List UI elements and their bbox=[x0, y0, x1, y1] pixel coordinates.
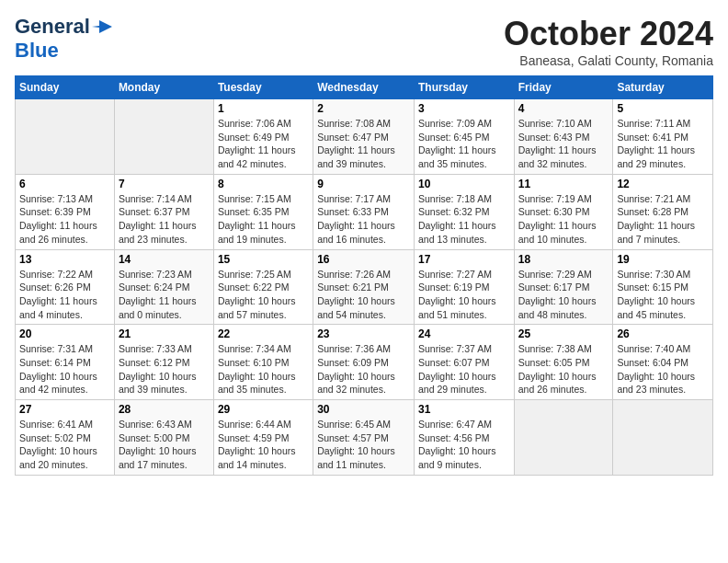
day-cell: 15Sunrise: 7:25 AMSunset: 6:22 PMDayligh… bbox=[213, 249, 313, 325]
day-number: 3 bbox=[418, 102, 510, 115]
header-monday: Monday bbox=[114, 76, 213, 99]
day-number: 26 bbox=[617, 327, 709, 340]
day-info: Sunrise: 7:30 AMSunset: 6:15 PMDaylight:… bbox=[617, 268, 709, 322]
day-number: 24 bbox=[418, 327, 510, 340]
logo-bird-icon bbox=[92, 18, 112, 35]
day-cell: 19Sunrise: 7:30 AMSunset: 6:15 PMDayligh… bbox=[613, 249, 713, 325]
day-info: Sunrise: 7:25 AMSunset: 6:22 PMDaylight:… bbox=[218, 268, 309, 322]
day-info: Sunrise: 7:31 AMSunset: 6:14 PMDaylight:… bbox=[19, 342, 110, 396]
day-info: Sunrise: 7:15 AMSunset: 6:35 PMDaylight:… bbox=[218, 192, 309, 247]
day-number: 1 bbox=[218, 102, 309, 115]
day-cell: 14Sunrise: 7:23 AMSunset: 6:24 PMDayligh… bbox=[114, 249, 213, 325]
day-info: Sunrise: 7:26 AMSunset: 6:21 PMDaylight:… bbox=[317, 268, 410, 322]
day-cell: 18Sunrise: 7:29 AMSunset: 6:17 PMDayligh… bbox=[514, 249, 613, 325]
week-row-4: 20Sunrise: 7:31 AMSunset: 6:14 PMDayligh… bbox=[16, 325, 713, 400]
day-cell: 8Sunrise: 7:15 AMSunset: 6:35 PMDaylight… bbox=[213, 174, 313, 249]
day-number: 6 bbox=[19, 178, 110, 190]
day-info: Sunrise: 7:22 AMSunset: 6:26 PMDaylight:… bbox=[19, 268, 110, 322]
day-info: Sunrise: 7:21 AMSunset: 6:28 PMDaylight:… bbox=[617, 192, 709, 247]
day-cell: 27Sunrise: 6:41 AMSunset: 5:02 PMDayligh… bbox=[16, 400, 115, 476]
day-number: 13 bbox=[19, 253, 110, 266]
header-sunday: Sunday bbox=[16, 76, 115, 99]
day-cell: 2Sunrise: 7:08 AMSunset: 6:47 PMDaylight… bbox=[313, 99, 415, 175]
day-cell: 9Sunrise: 7:17 AMSunset: 6:33 PMDaylight… bbox=[313, 174, 415, 249]
day-number: 11 bbox=[518, 178, 609, 190]
header-saturday: Saturday bbox=[613, 76, 713, 99]
day-number: 4 bbox=[518, 102, 609, 115]
day-cell: 5Sunrise: 7:11 AMSunset: 6:41 PMDaylight… bbox=[613, 99, 713, 175]
day-info: Sunrise: 7:37 AMSunset: 6:07 PMDaylight:… bbox=[418, 342, 510, 396]
day-cell bbox=[514, 400, 613, 476]
day-info: Sunrise: 7:36 AMSunset: 6:09 PMDaylight:… bbox=[317, 342, 410, 396]
day-number: 20 bbox=[19, 327, 110, 340]
day-cell: 13Sunrise: 7:22 AMSunset: 6:26 PMDayligh… bbox=[16, 249, 115, 325]
day-cell: 20Sunrise: 7:31 AMSunset: 6:14 PMDayligh… bbox=[16, 325, 115, 400]
day-info: Sunrise: 6:43 AMSunset: 5:00 PMDaylight:… bbox=[119, 418, 210, 472]
day-cell: 21Sunrise: 7:33 AMSunset: 6:12 PMDayligh… bbox=[114, 325, 213, 400]
day-info: Sunrise: 7:11 AMSunset: 6:41 PMDaylight:… bbox=[617, 117, 709, 171]
day-number: 28 bbox=[119, 403, 210, 416]
day-info: Sunrise: 7:14 AMSunset: 6:37 PMDaylight:… bbox=[119, 192, 210, 247]
week-row-3: 13Sunrise: 7:22 AMSunset: 6:26 PMDayligh… bbox=[16, 249, 713, 325]
day-cell: 25Sunrise: 7:38 AMSunset: 6:05 PMDayligh… bbox=[514, 325, 613, 400]
day-info: Sunrise: 7:19 AMSunset: 6:30 PMDaylight:… bbox=[518, 192, 609, 247]
day-cell: 26Sunrise: 7:40 AMSunset: 6:04 PMDayligh… bbox=[613, 325, 713, 400]
day-number: 16 bbox=[317, 253, 410, 266]
day-info: Sunrise: 7:38 AMSunset: 6:05 PMDaylight:… bbox=[518, 342, 609, 396]
day-info: Sunrise: 7:10 AMSunset: 6:43 PMDaylight:… bbox=[518, 117, 609, 171]
day-cell: 17Sunrise: 7:27 AMSunset: 6:19 PMDayligh… bbox=[414, 249, 514, 325]
day-info: Sunrise: 6:41 AMSunset: 5:02 PMDaylight:… bbox=[19, 418, 110, 472]
day-number: 17 bbox=[418, 253, 510, 266]
day-info: Sunrise: 7:34 AMSunset: 6:10 PMDaylight:… bbox=[218, 342, 309, 396]
day-cell bbox=[613, 400, 713, 476]
day-cell: 22Sunrise: 7:34 AMSunset: 6:10 PMDayligh… bbox=[213, 325, 313, 400]
day-cell: 29Sunrise: 6:44 AMSunset: 4:59 PMDayligh… bbox=[213, 400, 313, 476]
day-number: 5 bbox=[617, 102, 709, 115]
day-number: 9 bbox=[317, 178, 410, 190]
header: General Blue October 2024 Baneasa, Galat… bbox=[15, 15, 713, 68]
day-cell: 10Sunrise: 7:18 AMSunset: 6:32 PMDayligh… bbox=[414, 174, 514, 249]
day-info: Sunrise: 6:47 AMSunset: 4:56 PMDaylight:… bbox=[418, 418, 510, 472]
day-info: Sunrise: 7:33 AMSunset: 6:12 PMDaylight:… bbox=[119, 342, 210, 396]
day-number: 12 bbox=[617, 178, 709, 190]
day-cell: 30Sunrise: 6:45 AMSunset: 4:57 PMDayligh… bbox=[313, 400, 415, 476]
day-number: 27 bbox=[19, 403, 110, 416]
day-cell: 16Sunrise: 7:26 AMSunset: 6:21 PMDayligh… bbox=[313, 249, 415, 325]
day-cell: 23Sunrise: 7:36 AMSunset: 6:09 PMDayligh… bbox=[313, 325, 415, 400]
day-info: Sunrise: 7:18 AMSunset: 6:32 PMDaylight:… bbox=[418, 192, 510, 247]
day-cell: 6Sunrise: 7:13 AMSunset: 6:39 PMDaylight… bbox=[16, 174, 115, 249]
day-number: 15 bbox=[218, 253, 309, 266]
day-number: 18 bbox=[518, 253, 609, 266]
day-info: Sunrise: 7:17 AMSunset: 6:33 PMDaylight:… bbox=[317, 192, 410, 247]
logo: General Blue bbox=[15, 15, 112, 63]
calendar-table: SundayMondayTuesdayWednesdayThursdayFrid… bbox=[15, 75, 713, 476]
day-cell: 11Sunrise: 7:19 AMSunset: 6:30 PMDayligh… bbox=[514, 174, 613, 249]
logo-general: General bbox=[15, 15, 90, 39]
day-cell: 12Sunrise: 7:21 AMSunset: 6:28 PMDayligh… bbox=[613, 174, 713, 249]
day-number: 21 bbox=[119, 327, 210, 340]
day-info: Sunrise: 7:06 AMSunset: 6:49 PMDaylight:… bbox=[218, 117, 309, 171]
day-cell: 3Sunrise: 7:09 AMSunset: 6:45 PMDaylight… bbox=[414, 99, 514, 175]
day-info: Sunrise: 6:44 AMSunset: 4:59 PMDaylight:… bbox=[218, 418, 309, 472]
day-number: 14 bbox=[119, 253, 210, 266]
header-wednesday: Wednesday bbox=[313, 76, 415, 99]
day-number: 19 bbox=[617, 253, 709, 266]
day-info: Sunrise: 7:08 AMSunset: 6:47 PMDaylight:… bbox=[317, 117, 410, 171]
week-row-1: 1Sunrise: 7:06 AMSunset: 6:49 PMDaylight… bbox=[16, 99, 713, 175]
day-cell: 24Sunrise: 7:37 AMSunset: 6:07 PMDayligh… bbox=[414, 325, 514, 400]
svg-marker-0 bbox=[92, 20, 112, 33]
title-area: October 2024 Baneasa, Galati County, Rom… bbox=[504, 15, 713, 68]
header-thursday: Thursday bbox=[414, 76, 514, 99]
day-info: Sunrise: 7:27 AMSunset: 6:19 PMDaylight:… bbox=[418, 268, 510, 322]
day-cell bbox=[114, 99, 213, 175]
day-number: 30 bbox=[317, 403, 410, 416]
month-title: October 2024 bbox=[504, 15, 713, 53]
day-number: 2 bbox=[317, 102, 410, 115]
day-cell: 1Sunrise: 7:06 AMSunset: 6:49 PMDaylight… bbox=[213, 99, 313, 175]
day-info: Sunrise: 7:29 AMSunset: 6:17 PMDaylight:… bbox=[518, 268, 609, 322]
day-number: 7 bbox=[119, 178, 210, 190]
logo-blue: Blue bbox=[15, 39, 59, 62]
day-info: Sunrise: 6:45 AMSunset: 4:57 PMDaylight:… bbox=[317, 418, 410, 472]
header-friday: Friday bbox=[514, 76, 613, 99]
day-number: 8 bbox=[218, 178, 309, 190]
